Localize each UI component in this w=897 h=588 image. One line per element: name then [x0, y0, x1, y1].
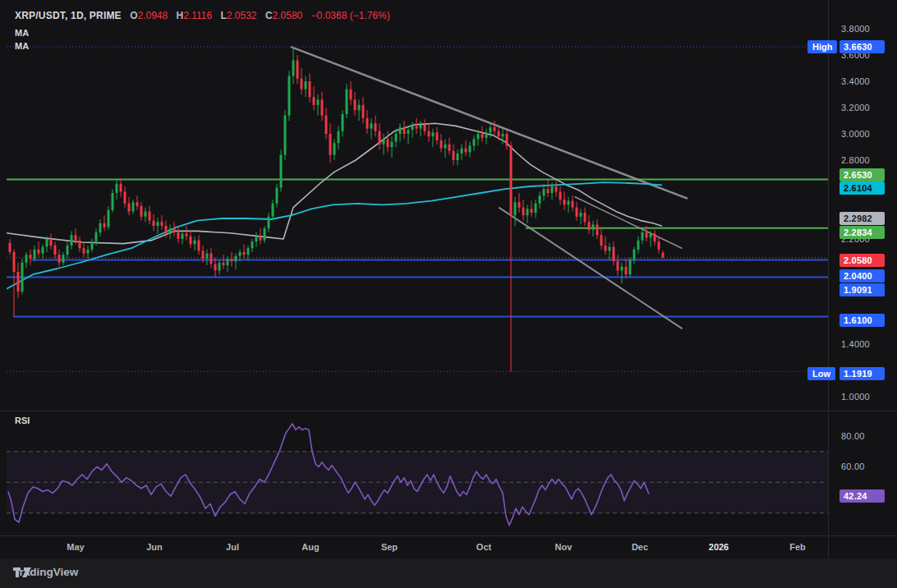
open-value: 2.0948 — [138, 10, 168, 21]
price-badge[interactable]: 1.6100 — [840, 314, 885, 327]
price-badge[interactable]: 2.0400 — [840, 269, 885, 283]
price-badge[interactable]: 1.1919 — [840, 367, 885, 380]
high-marker-label: High — [807, 40, 837, 53]
change-value: −0.0368 (−1.76%) — [311, 10, 390, 21]
price-badge[interactable]: 2.0580 — [840, 254, 885, 267]
time-axis-label[interactable]: Nov — [555, 542, 573, 552]
time-axis-label[interactable]: May — [67, 542, 84, 552]
price-badge[interactable]: 1.9091 — [840, 283, 885, 296]
time-axis[interactable]: MayJunJulAugSepOctNovDec2026Feb — [7, 535, 828, 558]
price-pane[interactable] — [7, 0, 828, 411]
ma-legend-2[interactable]: MA — [15, 41, 29, 51]
price-badge[interactable]: 2.2834 — [840, 226, 885, 239]
price-axis-tick: 60.00 — [841, 462, 865, 471]
low-marker-label: Low — [807, 367, 835, 380]
symbol-title[interactable]: XRP/USDT, 1D, PRIME — [15, 10, 122, 21]
price-axis-tick: 1.4000 — [841, 339, 870, 349]
symbol-legend[interactable]: XRP/USDT, 1D, PRIME O2.0948 H2.1116 L2.0… — [15, 10, 390, 21]
low-label: L — [221, 10, 227, 21]
trendline[interactable] — [292, 47, 687, 198]
brand-bar: TradingView — [0, 558, 897, 588]
ma-legend-1[interactable]: MA — [15, 28, 29, 38]
open-label: O — [130, 10, 137, 21]
rsi-pane[interactable]: RSI — [7, 411, 828, 535]
price-axis-tick: 3.4000 — [841, 76, 870, 86]
rsi-chart[interactable] — [7, 411, 828, 535]
trendline[interactable] — [499, 208, 682, 328]
price-badge[interactable]: 3.6630 — [840, 40, 885, 53]
price-badge[interactable]: 2.2982 — [840, 212, 885, 225]
time-axis-label[interactable]: Aug — [301, 542, 319, 552]
low-value: 2.0532 — [227, 10, 257, 21]
price-badge[interactable]: 2.6530 — [840, 168, 885, 181]
time-axis-label[interactable]: Oct — [476, 542, 491, 552]
time-axis-label[interactable]: Sep — [381, 542, 398, 552]
time-axis-label[interactable]: Jul — [226, 542, 239, 552]
close-label: C — [265, 10, 273, 21]
tradingview-chart-window: RSI XRP/USDT, 1D, PRIME O2.0948 H2.1116 … — [0, 0, 897, 588]
price-badge[interactable]: 42.24 — [840, 489, 885, 503]
rsi-indicator-label[interactable]: RSI — [15, 416, 30, 425]
close-value: 2.0580 — [273, 10, 303, 21]
price-axis-tick: 3.0000 — [841, 129, 870, 139]
candles[interactable] — [9, 47, 665, 372]
time-axis-label[interactable]: Jun — [146, 542, 163, 552]
ma-line-cyan[interactable] — [7, 182, 662, 289]
price-axis-tick: 80.00 — [841, 431, 865, 441]
tradingview-brand[interactable]: TradingView — [13, 566, 78, 578]
price-badge[interactable]: 2.6104 — [840, 181, 885, 195]
candlestick-chart[interactable] — [7, 0, 828, 411]
price-axis[interactable]: 3.80003.60003.40003.20003.00002.80002.20… — [829, 0, 897, 558]
time-axis-label[interactable]: 2026 — [709, 542, 729, 552]
price-axis-tick: 1.0000 — [841, 392, 870, 402]
trendline[interactable] — [575, 197, 682, 248]
price-axis-tick: 3.2000 — [841, 103, 870, 113]
pane-separator[interactable] — [0, 411, 897, 411]
tradingview-logo-icon — [13, 566, 33, 579]
high-label: H — [177, 10, 184, 21]
price-axis-tick: 2.8000 — [841, 155, 870, 165]
high-value: 2.1116 — [183, 10, 212, 21]
time-axis-label[interactable]: Dec — [632, 542, 648, 552]
chart-area[interactable]: RSI XRP/USDT, 1D, PRIME O2.0948 H2.1116 … — [0, 0, 897, 558]
time-axis-label[interactable]: Feb — [789, 542, 806, 552]
price-axis-tick: 3.8000 — [841, 24, 870, 34]
